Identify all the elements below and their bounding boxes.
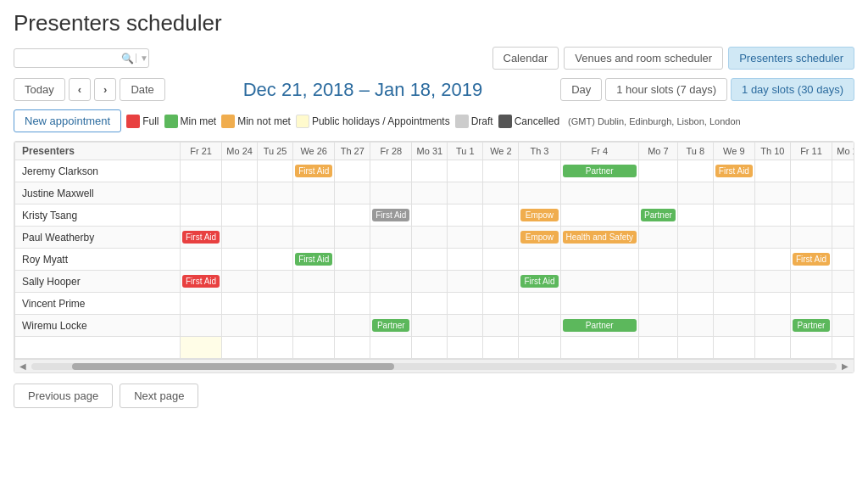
- presenter-name: Roy Myatt: [15, 249, 181, 271]
- new-appointment-button[interactable]: New appointment: [14, 109, 121, 132]
- schedule-cell: [483, 315, 519, 337]
- hour-slots-button[interactable]: 1 hour slots (7 days): [605, 78, 727, 101]
- schedule-cell: [293, 227, 335, 249]
- schedule-cell[interactable]: First Aid: [293, 160, 335, 182]
- event-block[interactable]: Empow: [520, 231, 558, 244]
- schedule-cell[interactable]: Partner: [790, 315, 832, 337]
- schedule-cell: [258, 293, 293, 315]
- schedule-cell: [790, 227, 832, 249]
- schedule-cell: [483, 182, 519, 204]
- search-icon[interactable]: 🔍: [121, 53, 134, 64]
- event-block[interactable]: Partner: [372, 319, 409, 332]
- schedule-cell: [181, 160, 222, 182]
- schedule-cell: [222, 271, 258, 293]
- schedule-cell: [754, 182, 790, 204]
- scroll-left-arrow[interactable]: ◀: [18, 361, 28, 371]
- legend-draft-label: Draft: [471, 115, 493, 127]
- presenters-button[interactable]: Presenters scheduler: [728, 47, 854, 70]
- schedule-cell[interactable]: Empow: [519, 227, 560, 249]
- schedule-cell: [713, 315, 754, 337]
- schedule-cell[interactable]: Partner: [639, 204, 678, 227]
- day-slots-button[interactable]: 1 day slots (30 days): [731, 78, 854, 101]
- event-block[interactable]: First Aid: [182, 275, 220, 288]
- presenter-name: Justine Maxwell: [15, 182, 181, 204]
- calendar-scroll-area[interactable]: Presenters Fr 21Mo 24Tu 25We 26Th 27Fr 2…: [14, 142, 854, 359]
- schedule-cell: [677, 337, 713, 359]
- event-block[interactable]: First Aid: [520, 275, 558, 288]
- schedule-cell: [639, 337, 678, 359]
- schedule-cell: [448, 293, 483, 315]
- event-block[interactable]: Empow: [520, 209, 558, 221]
- schedule-cell[interactable]: Empow: [519, 204, 560, 227]
- today-button[interactable]: Today: [14, 78, 65, 101]
- prev-period-button[interactable]: ‹: [69, 78, 91, 101]
- schedule-cell: [222, 204, 258, 227]
- schedule-cell: [412, 182, 448, 204]
- legend-min-met: Min met: [164, 115, 217, 128]
- event-block[interactable]: Partner: [563, 319, 637, 332]
- schedule-cell: [412, 293, 448, 315]
- scroll-thumb[interactable]: [72, 363, 394, 370]
- event-block[interactable]: First Aid: [372, 209, 409, 221]
- search-input[interactable]: [19, 52, 121, 64]
- schedule-cell: [293, 204, 335, 227]
- schedule-cell: [639, 182, 678, 204]
- previous-page-button[interactable]: Previous page: [14, 384, 113, 408]
- schedule-cell[interactable]: First Aid: [519, 271, 560, 293]
- schedule-cell: [790, 271, 832, 293]
- schedule-cell: [258, 337, 293, 359]
- schedule-cell[interactable]: Partner: [370, 315, 412, 337]
- schedule-cell: [483, 227, 519, 249]
- schedule-cell[interactable]: Partner: [560, 315, 639, 337]
- horizontal-scrollbar[interactable]: ◀ ▶: [14, 359, 854, 372]
- event-block[interactable]: Health and Safety: [563, 231, 637, 244]
- scroll-track[interactable]: [31, 363, 837, 370]
- venues-button[interactable]: Venues and room scheduler: [564, 47, 723, 70]
- schedule-cell[interactable]: First Aid: [181, 271, 222, 293]
- next-period-button[interactable]: ›: [94, 78, 116, 101]
- calendar-button[interactable]: Calendar: [492, 47, 559, 70]
- day-view-button[interactable]: Day: [560, 78, 602, 101]
- legend-full: Full: [126, 115, 159, 128]
- event-block[interactable]: Partner: [641, 209, 676, 221]
- schedule-cell: [483, 271, 519, 293]
- event-block[interactable]: Partner: [793, 319, 830, 332]
- column-header: Mo 14: [832, 143, 854, 160]
- schedule-cell[interactable]: First Aid: [293, 249, 335, 271]
- column-header: We 26: [293, 143, 335, 160]
- schedule-cell: [448, 160, 483, 182]
- scroll-right-arrow[interactable]: ▶: [840, 361, 850, 371]
- event-block[interactable]: First Aid: [295, 253, 332, 266]
- schedule-cell: [293, 337, 335, 359]
- event-block[interactable]: First Aid: [182, 231, 220, 244]
- schedule-cell[interactable]: Health and Safety: [560, 227, 639, 249]
- schedule-cell: [713, 227, 754, 249]
- schedule-cell: [412, 204, 448, 227]
- event-block[interactable]: First Aid: [715, 165, 753, 177]
- page-title: Presenters scheduler: [14, 10, 854, 36]
- event-block[interactable]: First Aid: [793, 253, 830, 266]
- event-block[interactable]: First Aid: [295, 165, 332, 177]
- date-picker-button[interactable]: Date: [120, 78, 164, 101]
- search-dropdown-icon[interactable]: ▼: [136, 53, 148, 63]
- table-row: Jeremy ClarksonFirst AidPartnerFirst Aid: [15, 160, 854, 182]
- schedule-cell[interactable]: First Aid: [181, 227, 222, 249]
- event-block[interactable]: Partner: [563, 165, 637, 177]
- schedule-cell: [370, 182, 412, 204]
- schedule-cell: [448, 337, 483, 359]
- schedule-cell[interactable]: First Aid: [790, 249, 832, 271]
- schedule-cell[interactable]: First Aid: [370, 204, 412, 227]
- legend-cancelled-label: Cancelled: [515, 115, 559, 127]
- full-color-swatch: [126, 115, 140, 128]
- schedule-cell[interactable]: Partner: [560, 160, 639, 182]
- schedule-cell: [258, 182, 293, 204]
- schedule-cell: [677, 227, 713, 249]
- next-page-button[interactable]: Next page: [120, 384, 198, 408]
- schedule-cell: [677, 204, 713, 227]
- schedule-cell: [483, 249, 519, 271]
- schedule-cell: [713, 204, 754, 227]
- schedule-cell[interactable]: First Aid: [713, 160, 754, 182]
- table-header-row: Presenters Fr 21Mo 24Tu 25We 26Th 27Fr 2…: [15, 143, 854, 160]
- schedule-cell: [790, 337, 832, 359]
- column-header: Th 3: [519, 143, 560, 160]
